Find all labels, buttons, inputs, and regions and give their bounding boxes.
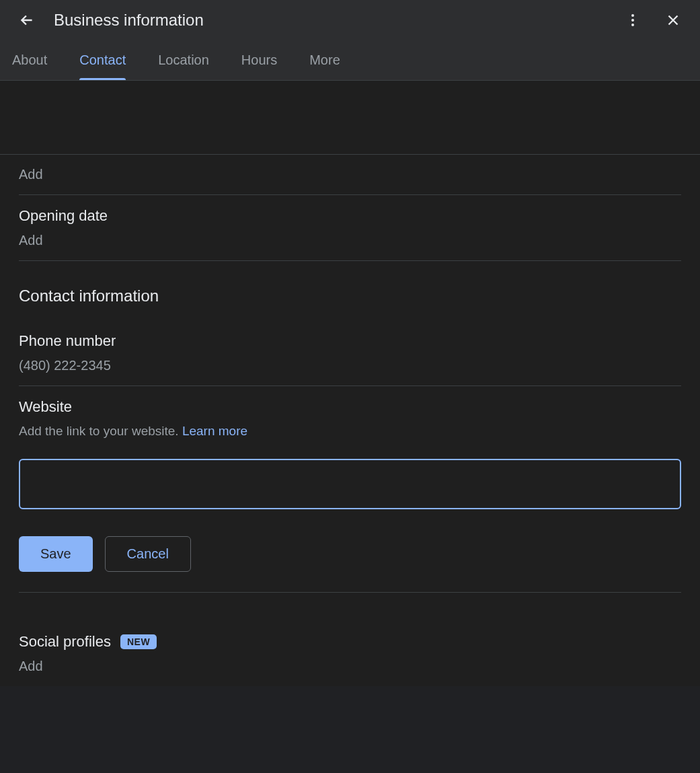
social-header: Social profiles NEW (19, 633, 681, 651)
website-helper-text: Add the link to your website. (19, 424, 182, 438)
arrow-left-icon (18, 11, 36, 29)
tab-hours[interactable]: Hours (241, 40, 277, 80)
tab-about[interactable]: About (12, 40, 47, 80)
tab-bar: About Contact Location Hours More (0, 40, 700, 81)
svg-point-2 (631, 24, 634, 26)
tab-contact[interactable]: Contact (79, 40, 126, 80)
learn-more-link[interactable]: Learn more (182, 424, 247, 438)
content-spacer (0, 81, 700, 155)
phone-row[interactable]: Phone number (480) 222-2345 (19, 320, 681, 386)
add-link: Add (19, 167, 681, 182)
close-button[interactable] (660, 7, 687, 34)
close-icon (664, 11, 682, 29)
website-label: Website (19, 398, 681, 416)
new-badge: NEW (120, 634, 157, 649)
website-input-wrapper (19, 459, 681, 509)
opening-date-label: Opening date (19, 207, 681, 225)
page-title: Business information (54, 11, 619, 30)
prior-section-add-row[interactable]: Add (19, 155, 681, 195)
tab-more[interactable]: More (309, 40, 340, 80)
phone-value: (480) 222-2345 (19, 358, 681, 373)
website-section: Website Add the link to your website. Le… (19, 386, 681, 605)
more-options-button[interactable] (619, 7, 646, 34)
more-vert-icon (625, 12, 641, 28)
header: Business information (0, 0, 700, 40)
social-add-link: Add (19, 659, 681, 674)
opening-date-row[interactable]: Opening date Add (19, 195, 681, 261)
contact-info-heading-row: Contact information (19, 261, 681, 320)
header-actions (619, 7, 687, 34)
cancel-button[interactable]: Cancel (105, 536, 191, 572)
social-profiles-label: Social profiles (19, 633, 111, 651)
save-button[interactable]: Save (19, 536, 93, 572)
svg-point-1 (631, 19, 634, 22)
contact-info-heading: Contact information (19, 287, 681, 305)
back-button[interactable] (13, 7, 40, 34)
website-helper: Add the link to your website. Learn more (19, 424, 681, 439)
button-row: Save Cancel (19, 536, 681, 593)
social-profiles-row[interactable]: Social profiles NEW Add (19, 605, 681, 686)
tab-location[interactable]: Location (158, 40, 209, 80)
svg-point-0 (631, 14, 634, 17)
opening-date-value: Add (19, 233, 681, 248)
website-input[interactable] (19, 459, 681, 509)
phone-label: Phone number (19, 332, 681, 350)
content-area: Add Opening date Add Contact information… (0, 81, 700, 686)
